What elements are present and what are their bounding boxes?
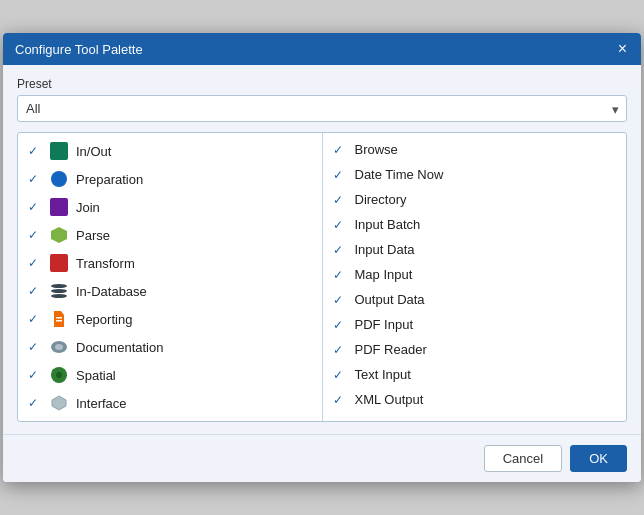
check-icon: ✓	[28, 200, 42, 214]
check-icon: ✓	[28, 228, 42, 242]
item-label: Transform	[76, 256, 135, 271]
close-button[interactable]: ×	[616, 41, 629, 57]
item-label: Map Input	[355, 267, 413, 282]
item-icon	[50, 254, 68, 272]
item-label: PDF Reader	[355, 342, 427, 357]
item-icon	[50, 170, 68, 188]
list-item[interactable]: ✓ PDF Input	[323, 312, 627, 337]
item-icon	[50, 282, 68, 300]
list-item[interactable]: ✓ In/Out	[18, 137, 322, 165]
item-label: In-Database	[76, 284, 147, 299]
list-item[interactable]: ✓ Interface	[18, 389, 322, 417]
svg-rect-1	[56, 317, 62, 319]
list-item[interactable]: ✓ Input Data	[323, 237, 627, 262]
item-label: Reporting	[76, 312, 132, 327]
check-icon: ✓	[333, 218, 347, 232]
preset-label: Preset	[17, 77, 627, 91]
dialog-footer: Cancel OK	[3, 434, 641, 482]
check-icon: ✓	[333, 143, 347, 157]
check-icon: ✓	[28, 340, 42, 354]
preset-select-wrapper: All Data Science Reporting ETL ▾	[17, 95, 627, 122]
check-icon: ✓	[333, 393, 347, 407]
item-icon	[50, 366, 68, 384]
check-icon: ✓	[333, 193, 347, 207]
configure-tool-palette-dialog: Configure Tool Palette × Preset All Data…	[3, 33, 641, 482]
item-label: PDF Input	[355, 317, 414, 332]
item-icon	[50, 142, 68, 160]
item-icon	[50, 394, 68, 412]
item-icon	[50, 310, 68, 328]
item-label: In/Out	[76, 144, 111, 159]
item-icon	[50, 338, 68, 356]
check-icon: ✓	[333, 268, 347, 282]
list-item[interactable]: ✓ Reporting	[18, 305, 322, 333]
check-icon: ✓	[333, 243, 347, 257]
check-icon: ✓	[28, 312, 42, 326]
item-label: Directory	[355, 192, 407, 207]
svg-rect-10	[64, 374, 67, 376]
svg-marker-0	[51, 227, 67, 243]
item-label: Interface	[76, 396, 127, 411]
svg-marker-12	[52, 396, 66, 410]
svg-point-4	[55, 344, 63, 350]
item-label: Spatial	[76, 368, 116, 383]
dialog-body: Preset All Data Science Reporting ETL ▾ …	[3, 65, 641, 434]
check-icon: ✓	[333, 168, 347, 182]
list-item[interactable]: ✓ In-Database	[18, 277, 322, 305]
svg-rect-2	[56, 320, 62, 322]
item-label: Parse	[76, 228, 110, 243]
preset-section: Preset All Data Science Reporting ETL ▾	[17, 77, 627, 122]
item-label: XML Output	[355, 392, 424, 407]
item-icon	[50, 198, 68, 216]
item-label: Preparation	[76, 172, 143, 187]
item-label: Join	[76, 200, 100, 215]
item-label: Input Batch	[355, 217, 421, 232]
check-icon: ✓	[28, 368, 42, 382]
preset-select[interactable]: All Data Science Reporting ETL	[17, 95, 627, 122]
list-item[interactable]: ✓ Text Input	[323, 362, 627, 387]
left-panel: ✓ In/Out ✓ Preparation ✓ Join ✓	[18, 133, 323, 421]
list-item[interactable]: ✓ Transform	[18, 249, 322, 277]
item-label: Text Input	[355, 367, 411, 382]
item-icon	[50, 226, 68, 244]
check-icon: ✓	[28, 172, 42, 186]
right-panel: ✓ Browse ✓ Date Time Now ✓ Directory ✓ I…	[323, 133, 627, 421]
list-item[interactable]: ✓ Preparation	[18, 165, 322, 193]
list-item[interactable]: ✓ Output Data	[323, 287, 627, 312]
lists-container: ✓ In/Out ✓ Preparation ✓ Join ✓	[17, 132, 627, 422]
svg-rect-9	[51, 374, 54, 376]
check-icon: ✓	[28, 396, 42, 410]
list-item[interactable]: ✓ Directory	[323, 187, 627, 212]
item-label: Output Data	[355, 292, 425, 307]
ok-button[interactable]: OK	[570, 445, 627, 472]
dialog-title: Configure Tool Palette	[15, 42, 143, 57]
list-item[interactable]: ✓ Browse	[323, 137, 627, 162]
item-label: Documentation	[76, 340, 163, 355]
check-icon: ✓	[333, 343, 347, 357]
title-bar: Configure Tool Palette ×	[3, 33, 641, 65]
item-label: Browse	[355, 142, 398, 157]
item-label: Input Data	[355, 242, 415, 257]
item-label: Date Time Now	[355, 167, 444, 182]
svg-point-6	[56, 372, 62, 378]
list-item[interactable]: ✓ XML Output	[323, 387, 627, 412]
check-icon: ✓	[28, 144, 42, 158]
check-icon: ✓	[28, 256, 42, 270]
cancel-button[interactable]: Cancel	[484, 445, 562, 472]
check-icon: ✓	[333, 318, 347, 332]
svg-rect-8	[58, 380, 60, 383]
list-item[interactable]: ✓ Date Time Now	[323, 162, 627, 187]
list-item[interactable]: ✓ Input Batch	[323, 212, 627, 237]
check-icon: ✓	[333, 293, 347, 307]
list-item[interactable]: ✓ Map Input	[323, 262, 627, 287]
list-item[interactable]: ✓ Parse	[18, 221, 322, 249]
svg-rect-7	[58, 367, 60, 370]
check-icon: ✓	[28, 284, 42, 298]
list-item[interactable]: ✓ PDF Reader	[323, 337, 627, 362]
check-icon: ✓	[333, 368, 347, 382]
list-item[interactable]: ✓ Documentation	[18, 333, 322, 361]
list-item[interactable]: ✓ Spatial	[18, 361, 322, 389]
list-item[interactable]: ✓ Join	[18, 193, 322, 221]
